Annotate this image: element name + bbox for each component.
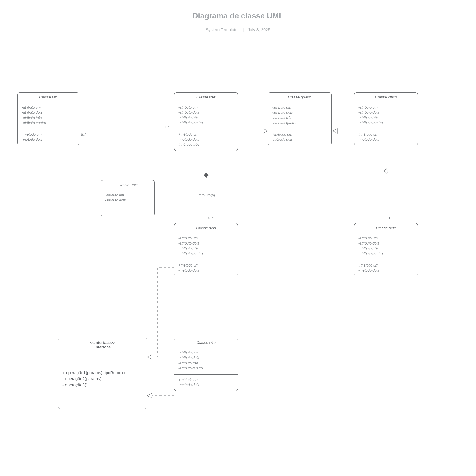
interface-box[interactable]: <<interface>> Interface + operação1(para… bbox=[58, 338, 147, 409]
class-oito-attrs: -atributo um -atributo dois -atributo tr… bbox=[174, 347, 238, 374]
class-seis-attrs: -atributo um -atributo dois -atributo tr… bbox=[174, 233, 238, 260]
class-tres-attrs: -atributo um -atributo dois -atributo tr… bbox=[174, 102, 238, 129]
class-cinco-attrs: -atributo um -atributo dois -atributo tr… bbox=[354, 102, 418, 129]
mult-tres-side: 1..* bbox=[164, 125, 170, 129]
class-sete-meths: #método um -método dois bbox=[354, 260, 418, 276]
edge-seis-interface-realization bbox=[147, 268, 174, 357]
class-dois-name: Classe dois bbox=[101, 180, 154, 190]
class-seis-meths: +método um -método dois bbox=[174, 260, 238, 276]
rel-comp-name: tem um(a) bbox=[199, 193, 214, 197]
class-dois-attrs: -atributo um -atributo dois bbox=[101, 190, 154, 206]
class-dois[interactable]: Classe dois -atributo um -atributo dois bbox=[101, 180, 155, 216]
class-oito-meths: +método um -método dois bbox=[174, 375, 238, 391]
class-tres-name: Classe três bbox=[174, 93, 238, 102]
class-quatro-attrs: -atributo um -atributo dois -atributo tr… bbox=[268, 102, 331, 129]
class-seis-name: Classe seis bbox=[174, 223, 238, 233]
class-cinco-name: Classe cinco bbox=[354, 93, 418, 102]
diagram-header: Diagrama de classe UML System Templates … bbox=[0, 11, 476, 32]
class-sete-name: Classe sete bbox=[354, 223, 418, 233]
class-sete-attrs: -atributo um -atributo dois -atributo tr… bbox=[354, 233, 418, 260]
class-quatro[interactable]: Classe quatro -atributo um -atributo doi… bbox=[268, 92, 332, 145]
diagram-title: Diagrama de classe UML bbox=[189, 11, 287, 24]
class-um-meths: +método um -método dois bbox=[18, 129, 79, 145]
class-quatro-meths: +método um -método dois bbox=[268, 129, 331, 145]
class-tres-meths: +método um -método dois #método três bbox=[174, 129, 238, 151]
mult-agg-bottom: 1 bbox=[389, 216, 391, 220]
class-quatro-name: Classe quatro bbox=[268, 93, 331, 102]
class-oito-name: Classe oito bbox=[174, 338, 238, 347]
class-oito[interactable]: Classe oito -atributo um -atributo dois … bbox=[174, 338, 238, 391]
separator: | bbox=[243, 27, 244, 32]
mult-um-side: 0..* bbox=[81, 133, 86, 137]
diagram-date: July 3, 2025 bbox=[248, 27, 270, 32]
interface-ops: + operação1(params):tipoRetorno - operaç… bbox=[58, 352, 147, 409]
class-cinco-meths: #método um -método dois bbox=[354, 129, 418, 145]
class-sete[interactable]: Classe sete -atributo um -atributo dois … bbox=[354, 223, 418, 276]
class-um-name: Classe um bbox=[18, 93, 79, 102]
class-dois-meths bbox=[101, 206, 154, 216]
class-um-attrs: -atributo um -atributo dois -atributo tr… bbox=[18, 102, 79, 129]
class-um[interactable]: Classe um -atributo um -atributo dois -a… bbox=[17, 92, 79, 145]
class-cinco[interactable]: Classe cinco -atributo um -atributo dois… bbox=[354, 92, 418, 145]
class-tres[interactable]: Classe três -atributo um -atributo dois … bbox=[174, 92, 238, 151]
mult-comp-top: 1 bbox=[209, 182, 211, 186]
mult-comp-bottom: 0..* bbox=[208, 216, 214, 220]
interface-name: <<interface>> Interface bbox=[58, 338, 147, 352]
class-seis[interactable]: Classe seis -atributo um -atributo dois … bbox=[174, 223, 238, 276]
diagram-author: System Templates bbox=[206, 27, 239, 32]
